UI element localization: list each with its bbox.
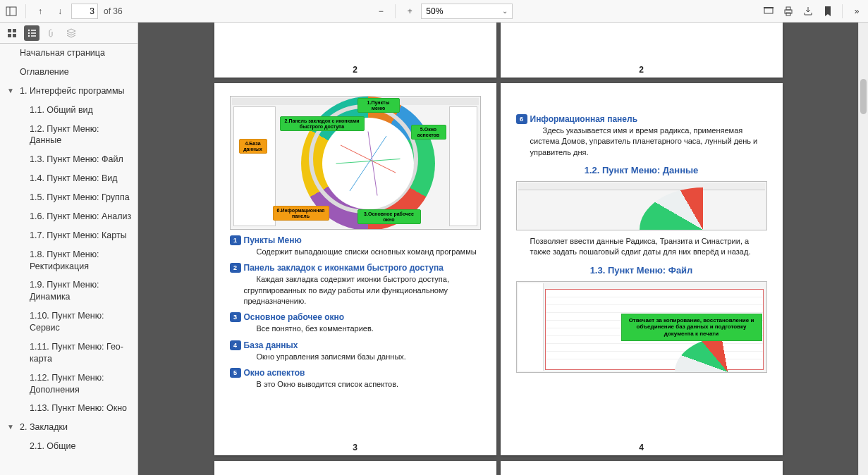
page-number: 2 xyxy=(501,65,783,75)
next-page-icon[interactable]: ↓ xyxy=(51,3,68,20)
section-heading: 3Основное рабочее окно xyxy=(230,312,481,322)
page-number-input[interactable] xyxy=(71,4,98,19)
outline-item[interactable]: ▼1. Интерфейс программы xyxy=(0,82,137,101)
svg-rect-2 xyxy=(764,8,773,13)
outline-item[interactable]: Оглавление xyxy=(0,63,137,82)
sidebar-toggle-icon[interactable] xyxy=(3,3,20,20)
print-icon[interactable] xyxy=(780,3,797,20)
embedded-screenshot xyxy=(516,181,767,230)
zoom-select[interactable]: 50% ⌄ xyxy=(421,4,513,19)
download-icon[interactable] xyxy=(800,3,817,20)
svg-rect-9 xyxy=(8,34,11,37)
top-toolbar: ↑ ↓ of 36 − + 50% ⌄ » xyxy=(0,0,868,23)
bookmark-icon[interactable] xyxy=(819,3,836,20)
pdf-page-2b: 2 xyxy=(501,23,783,78)
vertical-scrollbar[interactable] xyxy=(858,23,868,475)
outline-item[interactable]: 1.1. Общий вид xyxy=(0,101,137,120)
outline-item[interactable]: 1.2. Пункт Меню: Данные xyxy=(0,120,137,151)
pdf-page-3: 1.Пункты меню 2.Панель закладок с иконка… xyxy=(214,83,496,455)
embedded-screenshot: 1.Пункты меню 2.Панель закладок с иконка… xyxy=(230,96,481,230)
outline-item[interactable]: ▼2. Закладки xyxy=(0,418,137,437)
page-number: 3 xyxy=(214,443,496,452)
callout-label: 1.Пункты меню xyxy=(357,98,400,113)
outline-item[interactable]: 1.8. Пункт Меню: Ректификация xyxy=(0,245,137,276)
sidebar-tabs xyxy=(0,23,138,44)
collapse-icon[interactable]: ▼ xyxy=(7,86,14,96)
outline-item[interactable]: 1.7. Пункт Меню: Карты xyxy=(0,226,137,245)
outline-item[interactable]: 1.11. Пункт Меню: Гео-карта xyxy=(0,338,137,369)
pdf-viewport[interactable]: 2 1.Пункты меню 2.Панель закладок с икон… xyxy=(138,23,858,475)
outline-item[interactable]: 2.1. Общие xyxy=(0,437,137,456)
chapter-heading: 1.2. Пункт Меню: Данные xyxy=(516,165,767,175)
zoom-value: 50% xyxy=(426,6,443,16)
zoom-in-icon[interactable]: + xyxy=(401,3,418,20)
svg-line-19 xyxy=(336,159,400,164)
pdf-page-5-top xyxy=(214,461,496,475)
svg-rect-0 xyxy=(6,7,16,16)
section-body: В это Окно выводится список аспектов. xyxy=(244,379,481,390)
section-heading: 4База данных xyxy=(230,340,481,350)
outline-icon[interactable] xyxy=(24,25,39,41)
section-body: Здесь указывается имя и время радикса, п… xyxy=(530,125,767,158)
embedded-screenshot: Отвечает за копирование, восстановление … xyxy=(516,281,767,373)
section-body: Окно управления записями базы данных. xyxy=(244,352,481,362)
callout-label: 5.Окно аспектов xyxy=(411,125,446,140)
outline-item[interactable]: 1.9. Пункт Меню: Динамика xyxy=(0,276,137,307)
svg-rect-7 xyxy=(8,29,11,32)
pdf-page-4: 6Информационная панель Здесь указывается… xyxy=(501,83,783,455)
callout-label: Отвечает за копирование, восстановление … xyxy=(621,314,762,341)
page-number: 4 xyxy=(501,443,783,452)
page-count-label: of 36 xyxy=(104,6,123,16)
outline-item[interactable]: 1.4. Пункт Меню: Вид xyxy=(0,169,137,188)
presentation-icon[interactable] xyxy=(760,3,777,20)
section-body: Позволяет ввести данные Радикса, Транзит… xyxy=(530,236,767,258)
thumbnails-icon[interactable] xyxy=(4,25,20,41)
outline-item[interactable]: 1.12. Пункт Меню: Дополнения xyxy=(0,369,137,400)
chevron-down-icon: ⌄ xyxy=(502,7,508,15)
outline-item[interactable]: 1.13. Пункт Меню: Окно xyxy=(0,399,137,418)
svg-point-11 xyxy=(28,29,30,30)
section-heading: 6Информационная панель xyxy=(516,114,767,124)
layers-icon[interactable] xyxy=(63,25,79,41)
svg-line-17 xyxy=(341,145,396,173)
callout-label: 6.Информационная панель xyxy=(273,206,329,221)
collapse-icon[interactable]: ▼ xyxy=(7,422,14,432)
pdf-page-6-top xyxy=(501,461,783,475)
svg-line-20 xyxy=(368,131,377,195)
more-tools-icon[interactable]: » xyxy=(848,3,865,20)
section-heading: 5Окно аспектов xyxy=(230,368,481,378)
chapter-heading: 1.3. Пункт Меню: Файл xyxy=(516,265,767,276)
section-heading: 1Пункты Меню xyxy=(230,235,481,245)
attachments-icon[interactable] xyxy=(44,25,59,41)
pdf-page-2: 2 xyxy=(214,23,496,78)
outline-item[interactable]: 1.10. Пункт Меню: Сервис xyxy=(0,307,137,338)
svg-point-13 xyxy=(28,32,30,33)
callout-label: 2.Панель закладок с иконками быстрого до… xyxy=(280,116,365,131)
callout-label: 3.Основное рабочее окно xyxy=(357,209,421,224)
section-body: Каждая закладка содержит иконки быстрого… xyxy=(244,274,481,307)
section-heading: 2Панель закладок с иконками быстрого дос… xyxy=(230,263,481,273)
prev-page-icon[interactable]: ↑ xyxy=(32,3,49,20)
page-number: 2 xyxy=(214,65,496,75)
svg-rect-8 xyxy=(13,29,16,32)
outline-item[interactable]: 1.3. Пункт Меню: Файл xyxy=(0,150,137,169)
svg-point-15 xyxy=(28,35,30,36)
scrollbar-thumb[interactable] xyxy=(860,79,867,114)
svg-line-18 xyxy=(350,136,386,191)
zoom-out-icon[interactable]: − xyxy=(372,3,389,20)
section-body: Все понятно, без комментариев. xyxy=(244,323,481,334)
outline-item[interactable]: 1.6. Пункт Меню: Анализ xyxy=(0,207,137,226)
callout-label: 4.База данных xyxy=(239,139,267,154)
document-outline[interactable]: Начальная страница Оглавление ▼1. Интерф… xyxy=(0,44,138,475)
outline-item[interactable]: Начальная страница xyxy=(0,44,137,63)
section-body: Содержит выпадающие списки основных кома… xyxy=(244,247,481,257)
outline-item[interactable]: 1.5. Пункт Меню: Группа xyxy=(0,188,137,207)
svg-rect-5 xyxy=(786,7,790,10)
svg-rect-10 xyxy=(13,34,16,37)
